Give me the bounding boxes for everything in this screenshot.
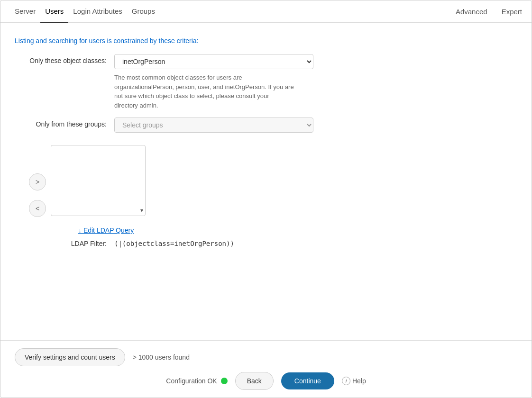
object-classes-row: Only these object classes: inetOrgPerson… [15, 54, 517, 110]
help-link[interactable]: i Help [342, 377, 366, 385]
config-ok-label: Configuration OK [166, 377, 217, 385]
groups-select[interactable]: Select groups [114, 118, 313, 133]
users-found-text: > 1000 users found [133, 353, 190, 361]
groups-row: Only from these groups: Select groups [15, 118, 517, 133]
tab-groups[interactable]: Groups [127, 0, 160, 23]
tab-users[interactable]: Users [40, 0, 68, 23]
groups-label: Only from these groups: [15, 118, 114, 128]
ldap-filter-value: (|(objectclass=inetOrgPerson)) [114, 240, 234, 247]
continue-button[interactable]: Continue [281, 372, 334, 389]
bottom-row2: Configuration OK Back Continue i Help [15, 372, 517, 390]
help-icon: i [342, 377, 350, 385]
back-button[interactable]: Back [235, 372, 274, 390]
box-arrow-icon: ▾ [140, 207, 143, 214]
config-ok-dot [221, 378, 228, 384]
groups-control: Select groups [114, 118, 313, 133]
move-forward-button[interactable]: > [29, 173, 46, 190]
tab-bar-right: Advanced Expert [456, 1, 522, 22]
move-back-button[interactable]: < [29, 200, 46, 217]
bottom-row1: Verify settings and count users > 1000 u… [15, 348, 517, 366]
edit-ldap-link[interactable]: ↓ Edit LDAP Query [76, 226, 517, 234]
object-classes-select[interactable]: inetOrgPerson organizationalPerson perso… [114, 54, 313, 69]
edit-ldap-label: ↓ Edit LDAP Query [78, 226, 134, 234]
criteria-description: Listing and searching for users is const… [15, 37, 517, 45]
verify-button[interactable]: Verify settings and count users [15, 348, 125, 366]
tab-login-attributes[interactable]: Login Attributes [68, 0, 127, 23]
groups-transfer-area: > < ▾ [29, 145, 517, 217]
object-classes-label: Only these object classes: [15, 54, 114, 64]
ldap-filter-row: LDAP Filter: (|(objectclass=inetOrgPerso… [29, 240, 517, 247]
tab-bar: Server Users Login Attributes Groups Adv… [0, 0, 532, 23]
tab-server[interactable]: Server [10, 0, 40, 23]
selected-groups-box: ▾ [51, 145, 146, 216]
tab-advanced[interactable]: Advanced [456, 1, 487, 22]
tab-expert[interactable]: Expert [502, 1, 522, 22]
bottom-bar: Verify settings and count users > 1000 u… [0, 340, 532, 398]
object-classes-control: inetOrgPerson organizationalPerson perso… [114, 54, 313, 110]
object-classes-help: The most common object classes for users… [114, 73, 294, 110]
content-area: Listing and searching for users is const… [0, 23, 532, 340]
main-window: Server Users Login Attributes Groups Adv… [0, 0, 532, 398]
help-label: Help [352, 377, 366, 385]
arrow-buttons: > < [29, 173, 46, 217]
ldap-filter-label: LDAP Filter: [29, 240, 114, 247]
config-ok-indicator: Configuration OK [166, 377, 227, 385]
